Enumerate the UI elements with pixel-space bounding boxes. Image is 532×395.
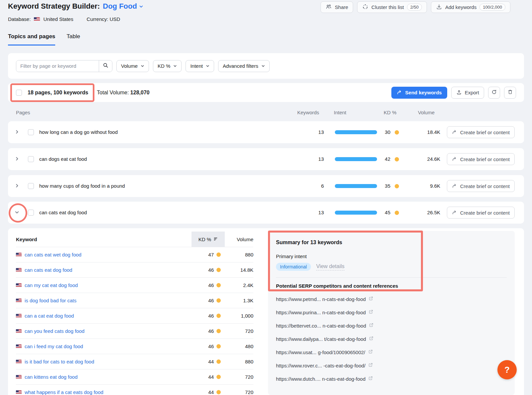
kd-value: 46 xyxy=(208,298,214,303)
keyword-link[interactable]: can a cat eat dog food xyxy=(25,313,74,319)
list-name-dropdown[interactable]: Dog Food xyxy=(103,2,143,11)
refresh-button[interactable] xyxy=(488,87,500,99)
expand-chevron-icon[interactable] xyxy=(15,130,19,136)
select-all-checkbox[interactable] xyxy=(16,90,22,96)
view-details-link[interactable]: View details xyxy=(316,263,344,270)
serp-url[interactable]: https://www.rover.c... -cats-eat-dog-foo… xyxy=(276,363,365,368)
serp-url[interactable]: https://www.petmd... n-cats-eat-dog-food xyxy=(276,296,366,302)
kd-filter-label: KD % xyxy=(158,63,170,69)
cluster-list-button[interactable]: Cluster this list 2/50 xyxy=(357,1,427,13)
keyword-link[interactable]: is dog food bad for cats xyxy=(25,298,76,303)
col-pages: Pages xyxy=(16,110,30,115)
export-icon xyxy=(456,89,462,96)
kd-value: 46 xyxy=(208,267,214,273)
external-link-icon[interactable] xyxy=(368,362,373,368)
keyword-link[interactable]: what happens if a cat eats dog food xyxy=(25,389,103,395)
advanced-filters-dropdown[interactable]: Advanced filters xyxy=(218,60,270,72)
keyword-link[interactable]: can my cat eat dog food xyxy=(25,282,78,288)
serp-url-item: https://bettervet.co... n-cats-eat-dog-f… xyxy=(276,323,507,329)
summary-title: Summary for 13 keywords xyxy=(276,240,507,246)
intent-filter-dropdown[interactable]: Intent xyxy=(186,60,214,72)
kd-difficulty-dot xyxy=(216,252,221,257)
search-button[interactable] xyxy=(99,60,112,72)
serp-url-item: https://www.usat... g-food/10009065002/ xyxy=(276,349,507,355)
page-label[interactable]: can dogs eat cat food xyxy=(39,148,87,170)
volume-filter-dropdown[interactable]: Volume xyxy=(116,60,149,72)
keyword-link[interactable]: can you feed cats dog food xyxy=(25,328,84,334)
kd-difficulty-dot xyxy=(216,329,221,333)
serp-url[interactable]: https://www.dailypa... t/cats-eat-dog-fo… xyxy=(276,336,366,342)
collapse-chevron-icon[interactable] xyxy=(15,210,19,216)
external-link-icon[interactable] xyxy=(369,323,374,329)
tab-table[interactable]: Table xyxy=(66,33,80,46)
col-volume: Volume xyxy=(225,237,253,242)
kd-value: 44 xyxy=(208,389,214,395)
share-button[interactable]: Share xyxy=(321,1,353,13)
external-link-icon[interactable] xyxy=(368,376,373,382)
keyword-link[interactable]: is it bad for cats to eat dog food xyxy=(25,359,94,364)
col-kd-sorted[interactable]: KD % xyxy=(192,232,225,247)
forward-arrow-icon xyxy=(452,129,457,136)
cluster-label: Cluster this list xyxy=(371,4,404,10)
page-header: Keyword Strategy Builder: Dog Food xyxy=(8,2,143,11)
us-flag-icon xyxy=(16,390,22,394)
share-label: Share xyxy=(335,4,348,10)
keywords-count: 6 xyxy=(304,175,324,197)
keyword-link[interactable]: can cats eat dog food xyxy=(25,267,72,273)
page-row-expanded: can cats eat dog food 13 45 26.5K Create… xyxy=(8,202,524,224)
page-label[interactable]: can cats eat dog food xyxy=(39,202,87,224)
header-actions: Share Cluster this list 2/50 Add keyword… xyxy=(321,1,510,13)
create-brief-button[interactable]: Create brief or content xyxy=(447,180,515,192)
search-input[interactable] xyxy=(16,60,99,72)
selection-summary: 18 pages, 100 keywords xyxy=(28,90,88,96)
create-brief-label: Create brief or content xyxy=(460,130,510,135)
serp-url[interactable]: https://bettervet.co... n-cats-eat-dog-f… xyxy=(276,323,366,329)
kd-difficulty-dot xyxy=(216,390,221,394)
kd-value: 46 xyxy=(208,328,214,334)
expand-chevron-icon[interactable] xyxy=(15,183,19,189)
row-checkbox[interactable] xyxy=(28,156,34,162)
serp-url[interactable]: https://www.purina... n-cats-eat-dog-foo… xyxy=(276,310,366,315)
serp-url[interactable]: https://www.dutch.... n-cats-eat-dog-foo… xyxy=(276,376,365,382)
expand-chevron-icon[interactable] xyxy=(15,156,19,162)
row-checkbox[interactable] xyxy=(28,210,34,216)
serp-url[interactable]: https://www.usat... g-food/10009065002/ xyxy=(276,349,365,355)
keyword-link[interactable]: can i feed my cat dog food xyxy=(25,344,83,349)
external-link-icon[interactable] xyxy=(368,296,373,302)
list-name: Dog Food xyxy=(103,2,137,11)
refresh-icon xyxy=(491,89,497,96)
us-flag-icon xyxy=(16,375,22,379)
delete-button[interactable] xyxy=(504,87,516,99)
sort-descending-icon xyxy=(213,237,218,242)
volume-value: 880 xyxy=(225,252,253,257)
serp-url-item: https://www.dutch.... n-cats-eat-dog-foo… xyxy=(276,376,507,382)
create-brief-button[interactable]: Create brief or content xyxy=(447,207,515,219)
page-label[interactable]: how many cups of dog food in a pound xyxy=(39,175,125,197)
send-keywords-button[interactable]: Send keywords xyxy=(391,87,447,99)
keyword-link[interactable]: can cats eat wet dog food xyxy=(25,252,81,257)
col-volume: Volume xyxy=(418,110,435,115)
row-checkbox[interactable] xyxy=(28,183,34,189)
intent-bar xyxy=(335,211,377,215)
add-keywords-button[interactable]: Add keywords 100/2,000 xyxy=(431,1,510,13)
external-link-icon[interactable] xyxy=(369,336,374,342)
keywords-count: 13 xyxy=(304,148,324,170)
filter-bar: Volume KD % Intent Advanced filters xyxy=(8,53,524,79)
keyword-link[interactable]: can kittens eat dog food xyxy=(25,374,77,380)
us-flag-icon xyxy=(16,329,22,333)
external-link-icon[interactable] xyxy=(368,309,373,315)
help-button[interactable]: ? xyxy=(497,360,517,379)
volume-value: 9.6K xyxy=(414,175,440,197)
export-button[interactable]: Export xyxy=(451,87,484,99)
external-link-icon[interactable] xyxy=(368,349,373,355)
create-brief-button[interactable]: Create brief or content xyxy=(447,153,515,165)
col-keywords: Keywords xyxy=(297,110,319,115)
tab-topics-and-pages[interactable]: Topics and pages xyxy=(8,33,55,46)
kd-filter-dropdown[interactable]: KD % xyxy=(153,60,182,72)
col-intent: Intent xyxy=(334,110,346,115)
kd-value: 35 xyxy=(372,175,390,197)
selection-bar: 18 pages, 100 keywords Total Volume: 128… xyxy=(8,83,524,102)
row-checkbox[interactable] xyxy=(28,129,34,135)
page-label[interactable]: how long can a dog go without food xyxy=(39,121,118,143)
create-brief-button[interactable]: Create brief or content xyxy=(447,126,515,138)
